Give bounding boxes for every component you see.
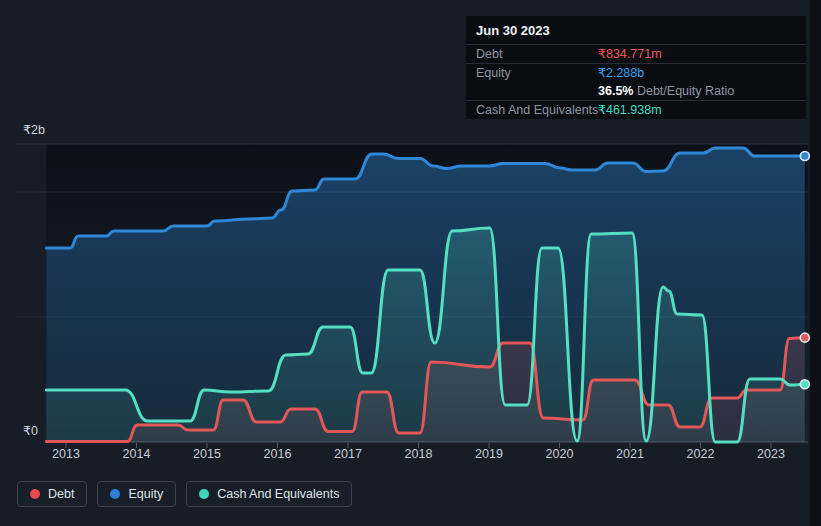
legend-item-cash[interactable]: Cash And Equivalents [186,481,352,507]
tooltip-equity-label: Equity [476,66,511,80]
legend-debt-label: Debt [48,487,74,501]
debt-endpoint-marker [800,333,809,342]
tooltip-row-debt: Debt ₹834.771m [466,45,806,64]
chart-legend: Debt Equity Cash And Equivalents [17,481,352,507]
x-axis-year-label: 2022 [687,447,715,461]
tooltip-row-ratio: 36.5% Debt/Equity Ratio [466,82,806,101]
legend-item-debt[interactable]: Debt [17,481,87,507]
legend-cash-label: Cash And Equivalents [217,487,339,501]
tooltip-equity-value: ₹2.288b [598,64,644,82]
y-axis-label-max: ₹2b [23,124,45,137]
y-axis-label-zero: ₹0 [23,425,38,438]
x-axis-year-label: 2018 [405,447,433,461]
debt-series-dot-icon [30,489,40,499]
tooltip-debt-label: Debt [476,47,502,61]
tooltip-ratio: 36.5% Debt/Equity Ratio [598,82,734,100]
x-axis-year-label: 2019 [475,447,503,461]
tooltip-cash-value: ₹461.938m [598,101,662,119]
legend-item-equity[interactable]: Equity [97,481,176,507]
tooltip-ratio-percent: 36.5% [598,84,633,98]
tooltip-debt-value: ₹834.771m [598,45,662,63]
tooltip-row-equity: Equity ₹2.288b [466,64,806,82]
tooltip-ratio-label: Debt/Equity Ratio [637,84,734,98]
cash-series-dot-icon [199,489,209,499]
tooltip-date: Jun 30 2023 [466,16,806,45]
x-axis-year-label: 2015 [193,447,221,461]
x-axis-year-label: 2021 [616,447,644,461]
x-axis-year-label: 2023 [757,447,785,461]
legend-equity-label: Equity [128,487,163,501]
debt-equity-history-chart: ₹2b ₹0 201320142015201620172018201920202… [0,0,821,526]
tooltip-cash-label: Cash And Equivalents [476,103,598,117]
chart-tooltip: Jun 30 2023 Debt ₹834.771m Equity ₹2.288… [466,16,806,119]
equity-series-dot-icon [110,489,120,499]
tooltip-row-cash: Cash And Equivalents ₹461.938m [466,101,806,119]
x-axis-year-label: 2014 [123,447,151,461]
x-axis-year-label: 2017 [334,447,362,461]
equity-endpoint-marker [800,152,809,161]
x-axis-year-label: 2013 [52,447,80,461]
x-axis-year-label: 2016 [264,447,292,461]
x-axis-year-label: 2020 [546,447,574,461]
cash-and-equivalents-endpoint-marker [800,380,809,389]
